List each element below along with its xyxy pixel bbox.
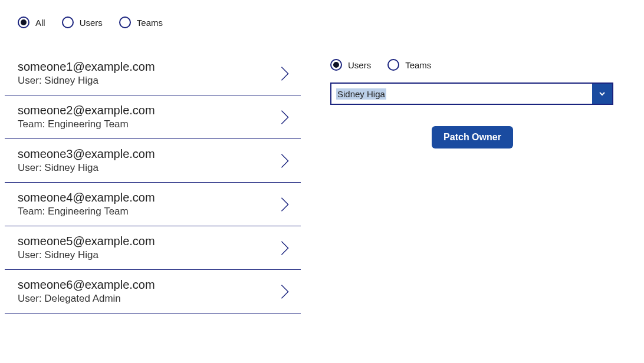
- list-item[interactable]: someone1@example.comUser: Sidney Higa: [5, 52, 301, 95]
- list-item-email: someone3@example.com: [18, 147, 155, 161]
- chevron-right-icon: [280, 240, 290, 256]
- owner-type-filter-group: UsersTeams: [330, 59, 615, 71]
- radio-icon: [387, 59, 399, 71]
- list-item-email: someone6@example.com: [18, 278, 155, 292]
- list-item-text: someone5@example.comUser: Sidney Higa: [18, 235, 155, 261]
- chevron-right-icon: [280, 153, 290, 169]
- list-item[interactable]: someone5@example.comUser: Sidney Higa: [5, 226, 301, 270]
- chevron-right-icon: [280, 196, 290, 213]
- owner-type-option-teams[interactable]: Teams: [387, 59, 431, 71]
- owner-assignment-panel: UsersTeams Sidney Higa Patch Owner: [301, 34, 644, 356]
- list-item-text: someone6@example.comUser: Delegated Admi…: [18, 278, 155, 305]
- top-filter-option-users[interactable]: Users: [62, 16, 103, 28]
- list-item-text: someone1@example.comUser: Sidney Higa: [18, 60, 155, 87]
- content-area: someone1@example.comUser: Sidney Higasom…: [0, 34, 644, 356]
- top-filter-group: AllUsersTeams: [0, 0, 644, 34]
- radio-label: Users: [348, 60, 371, 70]
- owner-select-dropdown[interactable]: Sidney Higa: [330, 82, 613, 105]
- list-item-owner: User: Sidney Higa: [18, 162, 155, 174]
- radio-icon: [18, 16, 29, 28]
- list-item-email: someone4@example.com: [18, 191, 155, 204]
- radio-icon: [330, 59, 342, 71]
- list-item-text: someone2@example.comTeam: Engineering Te…: [18, 104, 155, 130]
- list-item-owner: Team: Engineering Team: [18, 118, 155, 130]
- list-item-email: someone5@example.com: [18, 235, 155, 248]
- chevron-right-icon: [280, 65, 290, 82]
- radio-label: All: [35, 18, 45, 28]
- records-list-panel[interactable]: someone1@example.comUser: Sidney Higasom…: [0, 52, 301, 356]
- chevron-down-icon: [592, 84, 612, 104]
- list-item-text: someone3@example.comUser: Sidney Higa: [18, 147, 155, 174]
- chevron-right-icon: [280, 283, 290, 300]
- radio-icon: [119, 16, 131, 28]
- patch-owner-button[interactable]: Patch Owner: [432, 126, 513, 148]
- list-item[interactable]: someone2@example.comTeam: Engineering Te…: [5, 95, 301, 139]
- chevron-right-icon: [280, 109, 290, 126]
- top-filter-option-teams[interactable]: Teams: [119, 16, 163, 28]
- list-item-owner: User: Sidney Higa: [18, 75, 155, 87]
- top-filter-option-all[interactable]: All: [18, 16, 45, 28]
- radio-label: Users: [80, 18, 103, 28]
- list-item-owner: User: Delegated Admin: [18, 293, 155, 305]
- list-item-owner: User: Sidney Higa: [18, 249, 155, 261]
- radio-label: Teams: [137, 18, 163, 28]
- list-item-text: someone4@example.comTeam: Engineering Te…: [18, 191, 155, 217]
- radio-icon: [62, 16, 74, 28]
- list-item[interactable]: someone3@example.comUser: Sidney Higa: [5, 139, 301, 183]
- list-item[interactable]: someone4@example.comTeam: Engineering Te…: [5, 183, 301, 226]
- list-item-email: someone1@example.com: [18, 60, 155, 74]
- list-item-email: someone2@example.com: [18, 104, 155, 117]
- owner-type-option-users[interactable]: Users: [330, 59, 371, 71]
- list-item-owner: Team: Engineering Team: [18, 206, 155, 217]
- radio-label: Teams: [405, 60, 431, 70]
- list-item[interactable]: someone6@example.comUser: Delegated Admi…: [5, 270, 301, 314]
- owner-select-value: Sidney Higa: [331, 84, 592, 104]
